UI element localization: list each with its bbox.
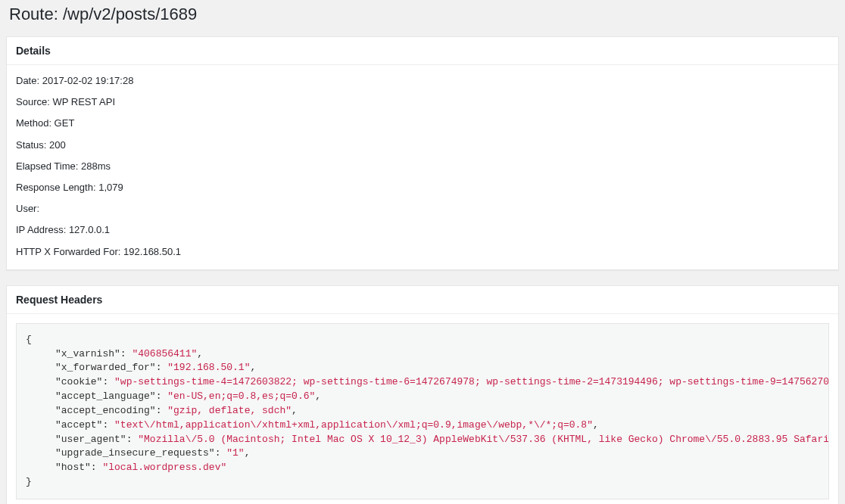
json-key: "upgrade_insecure_requests" <box>55 447 215 459</box>
json-value: "1" <box>226 447 244 459</box>
json-value: "en-US,en;q=0.8,es;q=0.6" <box>167 390 315 402</box>
details-row: Status: 200 <box>16 138 829 152</box>
json-value: "406856411" <box>132 348 197 359</box>
json-key: "x_forwarded_for" <box>55 362 156 373</box>
details-row: Source: WP REST API <box>16 95 829 109</box>
details-row-label: IP Address <box>16 224 64 235</box>
details-row: Method: GET <box>16 117 829 130</box>
json-key: "accept" <box>55 419 102 431</box>
details-row: Date: 2017-02-02 19:17:28 <box>16 74 829 88</box>
json-value: "local.wordpress.dev" <box>102 462 226 473</box>
json-key: "accept_encoding" <box>55 405 156 416</box>
route-label-prefix: Route: <box>9 5 63 23</box>
details-row-value: GET <box>55 117 75 129</box>
json-value: "wp-settings-time-4=1472603822; wp-setti… <box>114 376 829 387</box>
details-row-value: 200 <box>49 139 66 151</box>
details-row: HTTP X Forwarded For: 192.168.50.1 <box>16 245 829 259</box>
details-row-label: User <box>16 203 36 214</box>
json-key: "host" <box>55 462 91 473</box>
request-headers-json[interactable]: { "x_varnish": "406856411", "x_forwarded… <box>16 323 829 499</box>
details-row-label: Method <box>16 117 48 129</box>
json-value: "Mozilla\/5.0 (Macintosh; Intel Mac OS X… <box>138 434 829 445</box>
details-row-value: WP REST API <box>52 96 115 107</box>
json-key: "user_agent" <box>55 434 126 445</box>
json-key: "cookie" <box>55 376 102 387</box>
request-headers-panel: Request Headers { "x_varnish": "40685641… <box>6 285 839 504</box>
details-row-value: 192.168.50.1 <box>123 246 181 257</box>
request-headers-heading: Request Headers <box>7 286 838 314</box>
details-panel: Details Date: 2017-02-02 19:17:28Source:… <box>6 36 839 270</box>
json-key: "accept_language" <box>55 390 156 402</box>
json-key: "x_varnish" <box>55 348 120 359</box>
page-title: Route: /wp/v2/posts/1689 <box>9 0 839 24</box>
details-row: User: <box>16 202 829 216</box>
json-value: "192.168.50.1" <box>167 362 250 373</box>
json-value: "gzip, deflate, sdch" <box>167 405 292 416</box>
request-headers-body: { "x_varnish": "406856411", "x_forwarded… <box>7 314 838 504</box>
details-body: Date: 2017-02-02 19:17:28Source: WP REST… <box>7 65 838 269</box>
json-value: "text\/html,application\/xhtml+xml,appli… <box>114 419 593 431</box>
details-heading: Details <box>7 37 838 65</box>
details-row: Response Length: 1,079 <box>16 181 829 194</box>
details-row-label: Date <box>16 75 36 86</box>
details-row: IP Address: 127.0.0.1 <box>16 223 829 237</box>
details-row-value: 127.0.0.1 <box>69 224 110 235</box>
details-row: Elapsed Time: 288ms <box>16 160 829 173</box>
details-row-value: 1,079 <box>98 182 123 193</box>
details-row-label: Elapsed Time <box>16 160 76 172</box>
details-row-value: 2017-02-02 19:17:28 <box>42 75 134 86</box>
details-row-value: 288ms <box>81 160 111 172</box>
route-path: /wp/v2/posts/1689 <box>63 5 197 23</box>
details-row-label: HTTP X Forwarded For <box>16 246 118 257</box>
details-row-label: Status <box>16 139 44 151</box>
details-row-label: Source <box>16 96 47 107</box>
details-row-label: Response Length <box>16 182 93 193</box>
